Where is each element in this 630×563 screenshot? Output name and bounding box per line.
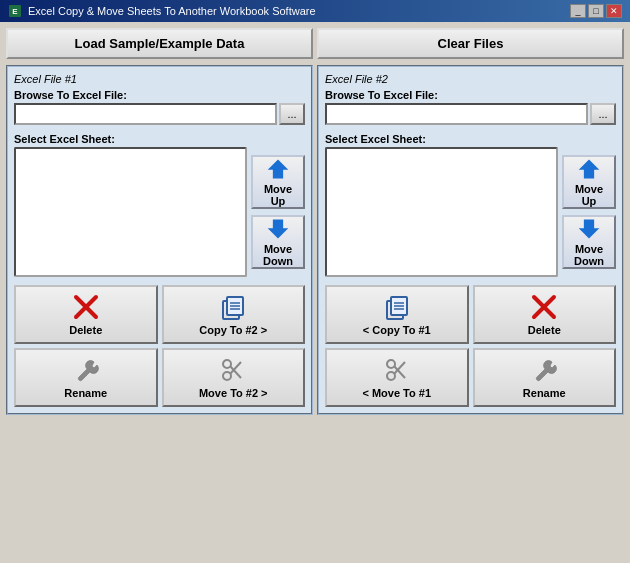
title-bar: E Excel Copy & Move Sheets To Another Wo…: [0, 0, 630, 22]
file2-rename-button[interactable]: Rename: [473, 348, 617, 407]
columns-container: Excel File #1 Browse To Excel File: ... …: [6, 65, 624, 415]
file2-move-down-button[interactable]: MoveDown: [562, 215, 616, 269]
close-button[interactable]: ✕: [606, 4, 622, 18]
file1-browse-button[interactable]: ...: [279, 103, 305, 125]
file2-group-label: Excel File #2: [325, 73, 616, 85]
file2-browse-button[interactable]: ...: [590, 103, 616, 125]
file1-browse-row: ...: [14, 103, 305, 125]
file1-delete-icon: [72, 293, 100, 321]
top-button-row: Load Sample/Example Data Clear Files: [6, 28, 624, 59]
file1-rename-button[interactable]: Rename: [14, 348, 158, 407]
svg-marker-15: [579, 160, 600, 179]
file2-wrench-icon: [530, 356, 558, 384]
file1-action-buttons: Delete Copy To #2 > Re: [14, 285, 305, 407]
file1-sheet-area: MoveUp MoveDown: [14, 147, 305, 277]
file1-scissors-icon: [219, 356, 247, 384]
file2-copy-from-button[interactable]: < Copy To #1: [325, 285, 469, 344]
file1-browse-label: Browse To Excel File:: [14, 89, 305, 101]
file2-delete-icon: [530, 293, 558, 321]
svg-text:E: E: [12, 7, 18, 16]
file2-sheet-list[interactable]: [325, 147, 558, 277]
file1-arrow-up-icon: [264, 157, 292, 181]
main-content: Load Sample/Example Data Clear Files Exc…: [0, 22, 630, 563]
file2-browse-row: ...: [325, 103, 616, 125]
file1-move-buttons: MoveUp MoveDown: [251, 147, 305, 277]
file1-sheet-label: Select Excel Sheet:: [14, 133, 305, 145]
file1-move-up-button[interactable]: MoveUp: [251, 155, 305, 209]
file1-delete-button[interactable]: Delete: [14, 285, 158, 344]
app-icon: E: [8, 4, 22, 18]
file1-sheet-list[interactable]: [14, 147, 247, 277]
file2-sheet-area: MoveUp MoveDown: [325, 147, 616, 277]
file1-copy-icon: [219, 293, 247, 321]
file2-move-buttons: MoveUp MoveDown: [562, 147, 616, 277]
minimize-button[interactable]: _: [570, 4, 586, 18]
file2-move-up-button[interactable]: MoveUp: [562, 155, 616, 209]
file2-path-input[interactable]: [325, 103, 588, 125]
file1-copy-to-button[interactable]: Copy To #2 >: [162, 285, 306, 344]
maximize-button[interactable]: □: [588, 4, 604, 18]
file2-delete-button[interactable]: Delete: [473, 285, 617, 344]
window-controls: _ □ ✕: [570, 4, 622, 18]
svg-marker-16: [579, 220, 600, 239]
file1-move-to-button[interactable]: Move To #2 >: [162, 348, 306, 407]
file2-scissors-icon: [383, 356, 411, 384]
file1-wrench-icon: [72, 356, 100, 384]
title-bar-text: Excel Copy & Move Sheets To Another Work…: [28, 5, 316, 17]
load-sample-button[interactable]: Load Sample/Example Data: [6, 28, 313, 59]
clear-files-button[interactable]: Clear Files: [317, 28, 624, 59]
file1-path-input[interactable]: [14, 103, 277, 125]
file2-panel: Excel File #2 Browse To Excel File: ... …: [317, 65, 624, 415]
file2-copy-from-icon: [383, 293, 411, 321]
file1-arrow-down-icon: [264, 217, 292, 241]
file2-browse-label: Browse To Excel File:: [325, 89, 616, 101]
file1-group-label: Excel File #1: [14, 73, 305, 85]
file2-action-buttons: < Copy To #1 Delete <: [325, 285, 616, 407]
file1-move-down-button[interactable]: MoveDown: [251, 215, 305, 269]
file2-sheet-label: Select Excel Sheet:: [325, 133, 616, 145]
svg-marker-2: [268, 160, 289, 179]
file1-panel: Excel File #1 Browse To Excel File: ... …: [6, 65, 313, 415]
file2-arrow-down-icon: [575, 217, 603, 241]
file2-move-from-button[interactable]: < Move To #1: [325, 348, 469, 407]
svg-marker-3: [268, 220, 289, 239]
file2-arrow-up-icon: [575, 157, 603, 181]
